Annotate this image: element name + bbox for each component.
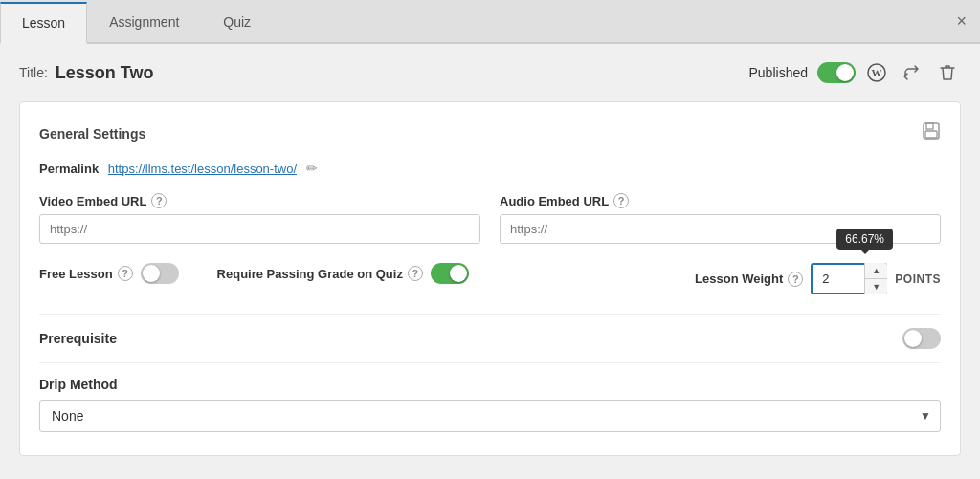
permalink-row: Permalink https://llms.test/lesson/lesso… — [39, 161, 941, 176]
prerequisite-label: Prerequisite — [39, 331, 117, 346]
prerequisite-toggle-slider — [902, 328, 941, 349]
video-embed-help-icon[interactable]: ? — [151, 193, 167, 208]
tab-assignment[interactable]: Assignment — [87, 0, 201, 42]
title-label: Title: — [19, 65, 48, 80]
save-icon[interactable] — [922, 121, 941, 145]
svg-text:W: W — [872, 67, 882, 78]
spinner-up-button[interactable]: ▲ — [865, 263, 887, 279]
options-row: Free Lesson ? Require Passing Grade on Q… — [39, 263, 941, 294]
points-label: POINTS — [895, 272, 941, 286]
published-label: Published — [749, 65, 809, 80]
delete-icon[interactable] — [934, 59, 961, 86]
wordpress-icon[interactable]: W — [865, 61, 888, 84]
published-toggle-slider — [817, 62, 856, 83]
require-passing-help-icon[interactable]: ? — [408, 266, 423, 281]
drip-method-label: Drip Method — [39, 377, 941, 392]
prerequisite-toggle[interactable] — [902, 328, 941, 349]
audio-embed-help-icon[interactable]: ? — [613, 193, 629, 208]
lesson-weight-group: 66.67% Lesson Weight ? ▲ ▼ POINTS — [695, 263, 941, 294]
require-passing-toggle[interactable] — [431, 263, 469, 284]
number-spinners: ▲ ▼ — [864, 263, 887, 294]
spinner-down-button[interactable]: ▼ — [865, 279, 887, 294]
svg-rect-4 — [925, 131, 937, 138]
weight-tooltip: 66.67% — [836, 229, 893, 250]
audio-embed-label: Audio Embed URL ? — [500, 193, 941, 208]
published-toggle[interactable] — [817, 62, 856, 83]
free-lesson-toggle[interactable] — [141, 263, 179, 284]
content-area: Title: Lesson Two Published W — [0, 44, 980, 471]
title-right: Published W — [749, 59, 962, 86]
video-embed-label: Video Embed URL ? — [39, 193, 480, 208]
title-left: Title: Lesson Two — [19, 63, 154, 83]
video-embed-input[interactable] — [39, 214, 480, 244]
tab-quiz[interactable]: Quiz — [201, 0, 273, 42]
lesson-weight-label: Lesson Weight ? — [695, 272, 803, 287]
drip-method-row: Drip Method None Date Days after enrollm… — [39, 362, 941, 432]
free-lesson-help-icon[interactable]: ? — [118, 266, 133, 281]
svg-rect-3 — [926, 123, 933, 129]
main-window: Lesson Assignment Quiz × Title: Lesson T… — [0, 0, 980, 479]
tab-lesson[interactable]: Lesson — [0, 2, 87, 44]
lesson-weight-input-wrap: ▲ ▼ — [811, 263, 887, 294]
permalink-link[interactable]: https://llms.test/lesson/lesson-two/ — [108, 162, 297, 176]
prerequisite-row: Prerequisite — [39, 314, 941, 362]
require-passing-group: Require Passing Grade on Quiz ? — [217, 263, 469, 284]
video-embed-field: Video Embed URL ? — [39, 193, 480, 244]
card-title: General Settings — [39, 126, 145, 142]
title-row: Title: Lesson Two Published W — [19, 59, 961, 86]
free-lesson-toggle-slider — [141, 263, 179, 284]
permalink-label: Permalink — [39, 162, 99, 176]
require-passing-label: Require Passing Grade on Quiz ? — [217, 266, 423, 281]
edit-permalink-icon[interactable]: ✏ — [306, 161, 318, 176]
lesson-weight-help-icon[interactable]: ? — [788, 272, 803, 287]
url-fields-row: Video Embed URL ? Audio Embed URL ? — [39, 193, 941, 244]
free-lesson-group: Free Lesson ? — [39, 263, 179, 284]
share-icon[interactable] — [898, 59, 924, 86]
card-header: General Settings — [39, 121, 941, 145]
free-lesson-label: Free Lesson ? — [39, 266, 133, 281]
drip-method-select[interactable]: None Date Days after enrollment Days aft… — [39, 400, 941, 432]
general-settings-card: General Settings Permalink https://llms.… — [19, 101, 961, 456]
drip-method-select-wrap: None Date Days after enrollment Days aft… — [39, 400, 941, 432]
close-button[interactable]: × — [956, 12, 967, 30]
lesson-title: Lesson Two — [56, 63, 154, 83]
require-passing-toggle-slider — [431, 263, 469, 284]
tab-bar: Lesson Assignment Quiz × — [0, 0, 980, 44]
